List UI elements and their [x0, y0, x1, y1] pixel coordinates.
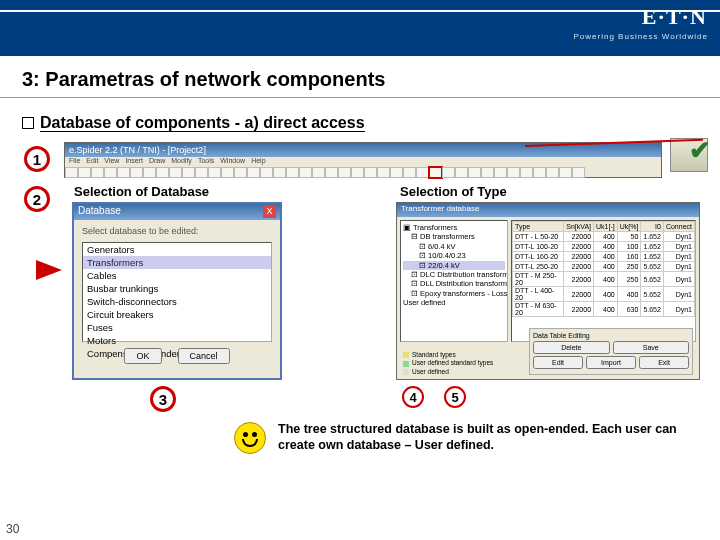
close-icon[interactable]: X [263, 205, 276, 218]
tree-item[interactable]: ⊡ DLC Distribution transformers (Czech s… [403, 270, 505, 279]
toolbar-icon[interactable] [65, 167, 78, 178]
menu-item[interactable]: Window [220, 157, 245, 167]
table-row[interactable]: DTT - M 630-20220004006305.652Dyn1 [513, 302, 695, 317]
list-item[interactable]: Transformers [83, 256, 271, 269]
tree-item[interactable]: ⊡ 6/0.4 kV [403, 242, 505, 251]
menu-item[interactable]: File [69, 157, 80, 167]
toolbar-icon[interactable] [78, 167, 91, 178]
database-listbox[interactable]: Generators Transformers Cables Busbar tr… [82, 242, 272, 342]
tree-item[interactable]: ▣ Transformers [403, 223, 505, 232]
menu-item[interactable]: Draw [149, 157, 165, 167]
toolbar-icon[interactable] [481, 167, 494, 178]
brand-logo: E·T·N [642, 4, 708, 30]
table-row[interactable]: DTT - L 50-2022000400501.652Dyn1 [513, 232, 695, 242]
toolbar-icon[interactable] [195, 167, 208, 178]
window-titlebar: Transformer database [397, 203, 699, 217]
toolbar-icon[interactable] [416, 167, 429, 178]
ok-button[interactable]: OK [124, 348, 161, 364]
edit-button[interactable]: Edit [533, 356, 583, 369]
toolbar-icon[interactable] [143, 167, 156, 178]
list-item[interactable]: Cables [83, 269, 271, 282]
col-header: Type [513, 222, 564, 232]
toolbar-icon[interactable] [91, 167, 104, 178]
tree-item[interactable]: ⊡ Epoxy transformers - Losses standard t… [403, 289, 505, 298]
tree-item[interactable]: ⊡ DLL Distribution transformers 11 Bron … [403, 279, 505, 288]
table-row[interactable]: DTT-L 250-20220004002505.652Dyn1 [513, 262, 695, 272]
callout-1: 1 [24, 146, 50, 172]
brand-tagline: Powering Business Worldwide [574, 32, 708, 41]
save-button[interactable]: Save [613, 341, 690, 354]
toolbar-icon[interactable] [468, 167, 481, 178]
cancel-button[interactable]: Cancel [178, 348, 230, 364]
toolbar-icon[interactable] [260, 167, 273, 178]
toolbar-icon[interactable] [442, 167, 455, 178]
callout-4-small: 4 [402, 386, 424, 408]
red-arrow-icon [36, 260, 62, 280]
col-header: Uk[%] [617, 222, 641, 232]
toolbar-icon[interactable] [286, 167, 299, 178]
callout-5-small: 5 [444, 386, 466, 408]
toolbar-icon[interactable] [169, 167, 182, 178]
app-menubar: File Edit View Insert Draw Modify Tools … [65, 157, 661, 167]
list-item[interactable]: Fuses [83, 321, 271, 334]
toolbar-icon[interactable] [390, 167, 403, 178]
exit-button[interactable]: Exit [639, 356, 689, 369]
toolbar-icon[interactable] [403, 167, 416, 178]
toolbar-icon[interactable] [351, 167, 364, 178]
toolbar-icon[interactable] [520, 167, 533, 178]
callout-2: 2 [24, 186, 50, 212]
toolbar-icon[interactable] [273, 167, 286, 178]
tree-item[interactable]: User defined [403, 298, 505, 307]
menu-item[interactable]: View [104, 157, 119, 167]
table-row[interactable]: DTT - M 250-20220004002505.652Dyn1 [513, 272, 695, 287]
list-item[interactable]: Busbar trunkings [83, 282, 271, 295]
list-item[interactable]: Circuit breakers [83, 308, 271, 321]
legend: Standard types User defined standard typ… [403, 351, 493, 375]
toolbar-icon[interactable] [559, 167, 572, 178]
toolbar-icon[interactable] [455, 167, 468, 178]
footer-note: The tree structured database is built as… [278, 422, 700, 453]
toolbar-icon[interactable] [130, 167, 143, 178]
toolbar-icon[interactable] [117, 167, 130, 178]
type-tree[interactable]: ▣ Transformers ⊟ DB transformers ⊡ 6/0.4… [400, 220, 508, 342]
toolbar-icon[interactable] [299, 167, 312, 178]
import-button[interactable]: Import [586, 356, 636, 369]
list-item[interactable]: Switch-disconnectors [83, 295, 271, 308]
tree-item[interactable]: ⊡ 10/0.4/0.23 [403, 251, 505, 260]
toolbar-icon[interactable] [182, 167, 195, 178]
page-number: 30 [6, 522, 19, 536]
toolbar-icon[interactable] [221, 167, 234, 178]
menu-item[interactable]: Modify [171, 157, 192, 167]
toolbar-icon[interactable] [507, 167, 520, 178]
delete-button[interactable]: Delete [533, 341, 610, 354]
type-grid[interactable]: Type Sn[kVA] Uk1[-] Uk[%] I0 Connect DTT… [511, 220, 696, 342]
tree-item[interactable]: ⊡ 22/0.4 kV [403, 261, 505, 270]
toolbar-icon[interactable] [533, 167, 546, 178]
toolbar-icon[interactable] [364, 167, 377, 178]
menu-item[interactable]: Edit [86, 157, 98, 167]
toolbar-icon[interactable] [247, 167, 260, 178]
menu-item[interactable]: Help [251, 157, 265, 167]
toolbar-icon[interactable] [572, 167, 585, 178]
toolbar-icon[interactable] [156, 167, 169, 178]
section-text: Database of components - a) direct acces… [40, 114, 365, 132]
toolbar-icon[interactable] [338, 167, 351, 178]
toolbar-icon[interactable] [546, 167, 559, 178]
database-toolbar-icon[interactable] [429, 167, 442, 178]
menu-item[interactable]: Insert [125, 157, 143, 167]
toolbar-icon[interactable] [494, 167, 507, 178]
table-row[interactable]: DTT-L 100-20220004001001.652Dyn1 [513, 242, 695, 252]
toolbar-icon[interactable] [325, 167, 338, 178]
toolbar-icon[interactable] [104, 167, 117, 178]
toolbar-icon[interactable] [234, 167, 247, 178]
menu-item[interactable]: Tools [198, 157, 214, 167]
list-item[interactable]: Generators [83, 243, 271, 256]
table-row[interactable]: DTT - L 400-20220004004005.652Dyn1 [513, 287, 695, 302]
content-area: 1 2 3 4 5 4 Selection of Database Select… [0, 142, 720, 512]
slide-title: 3: Parametras of network components [22, 68, 698, 91]
toolbar-icon[interactable] [377, 167, 390, 178]
toolbar-icon[interactable] [312, 167, 325, 178]
toolbar-icon[interactable] [208, 167, 221, 178]
table-row[interactable]: DTT-L 160-20220004001601.652Dyn1 [513, 252, 695, 262]
tree-item[interactable]: ⊟ DB transformers [403, 232, 505, 241]
